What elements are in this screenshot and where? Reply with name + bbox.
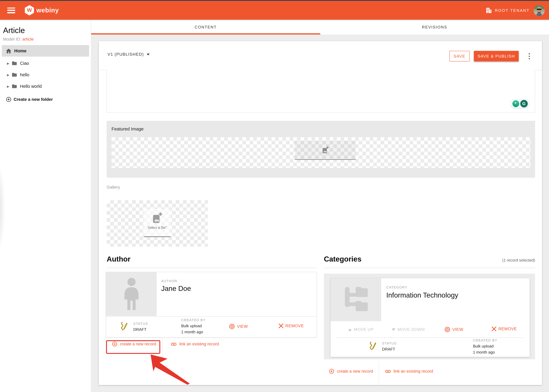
link-record-button[interactable]: link an existing record (385, 369, 433, 374)
actions-divider (162, 337, 162, 361)
save-publish-button[interactable]: SAVE & PUBLISH (474, 51, 519, 62)
avatar[interactable] (534, 5, 545, 16)
featured-image-upload-target[interactable] (295, 141, 356, 160)
webiny-logo[interactable]: W webiny (25, 5, 59, 15)
version-label: V1 (PUBLISHED) (107, 52, 144, 57)
featured-image-field: Featured Image (107, 121, 535, 178)
sidebar: Article Model ID: article Home ▶ Ciao ▶ … (0, 20, 91, 392)
sidebar-item-label: Home (14, 49, 27, 53)
view-icon (229, 324, 235, 329)
chevron-right-icon: ▶ (7, 85, 9, 88)
version-selector[interactable]: V1 (PUBLISHED) (107, 52, 150, 57)
category-name: Information Technology (386, 291, 458, 299)
home-icon (6, 48, 12, 53)
author-field-label: AUTHOR (161, 279, 177, 283)
section-divider (107, 268, 317, 268)
tree-icon (341, 286, 371, 313)
webiny-brand-text: webiny (36, 7, 59, 14)
tab-revisions[interactable]: REVISIONS (320, 20, 549, 35)
link-record-button[interactable]: link an existing record (171, 342, 219, 347)
model-id: Model ID: article (3, 37, 34, 42)
created-time: 1 month ago (473, 350, 495, 354)
create-record-button[interactable]: create a new record (329, 369, 373, 374)
create-folder-button[interactable]: Create a new folder (0, 94, 91, 105)
sidebar-item-label: Ciao (20, 61, 29, 66)
sidebar-item-folder[interactable]: ▶ Hello world (0, 81, 91, 92)
link-icon (171, 342, 177, 347)
topbar: W webiny ROOT TENANT (0, 1, 549, 20)
view-icon (444, 327, 450, 332)
sidebar-item-folder[interactable]: ▶ hello (0, 69, 91, 81)
page-title: Article (3, 26, 25, 35)
featured-image-dropzone[interactable] (112, 137, 530, 168)
category-field-label: CATEGORY (386, 286, 407, 289)
section-divider (324, 268, 535, 268)
active-tab-indicator (91, 33, 320, 35)
categories-selected-wrapper: CATEGORY Information Technology MOVE UP … (324, 274, 535, 359)
create-folder-label: Create a new folder (14, 97, 53, 102)
records-selected-info: (1 record selected) (444, 258, 535, 262)
create-record-button[interactable]: create a new record (112, 342, 156, 347)
view-button[interactable]: VIEW (444, 327, 463, 332)
close-icon (279, 324, 283, 328)
status-value: DRAFT (382, 347, 395, 351)
featured-image-label: Featured Image (112, 126, 144, 131)
triangle-down-icon (392, 328, 395, 331)
kebab-menu-icon[interactable] (526, 51, 532, 61)
author-heading: Author (107, 255, 130, 263)
save-button[interactable]: SAVE (449, 51, 470, 62)
status-draft-icon (369, 341, 377, 351)
image-add-icon (152, 212, 162, 224)
tenant-label: ROOT TENANT (495, 8, 530, 13)
person-icon (120, 277, 143, 311)
chevron-down-icon (147, 53, 150, 55)
sidebar-item-label: hello (20, 72, 29, 77)
move-down-button[interactable]: MOVE DOWN (392, 327, 425, 332)
link-icon (385, 369, 391, 374)
created-by-value: Bulk upload (181, 324, 202, 328)
status-draft-icon (120, 322, 128, 331)
view-button[interactable]: VIEW (229, 324, 248, 329)
menu-icon[interactable] (7, 7, 15, 13)
sidebar-item-folder[interactable]: ▶ Ciao (0, 57, 91, 69)
chevron-right-icon: ▶ (7, 73, 9, 77)
tabbar: CONTENT REVISIONS (91, 20, 549, 35)
created-by-label: CREATED BY (473, 338, 497, 342)
folder-icon (12, 84, 17, 88)
tab-content[interactable]: CONTENT (91, 20, 320, 35)
gallery-dropzone[interactable]: Select a file" (107, 200, 208, 247)
webiny-logo-letter: W (27, 7, 32, 13)
chevron-right-icon: ▶ (7, 62, 9, 65)
add-circle-icon (112, 342, 117, 347)
building-icon (486, 7, 492, 13)
window-top-strip (0, 0, 549, 1)
grammarly-suggestion-icon[interactable]: ✦ (512, 100, 519, 107)
app-window: W webiny ROOT TENANT (0, 0, 549, 392)
remove-button[interactable]: REMOVE (279, 324, 304, 328)
image-add-icon (322, 146, 328, 154)
folder-icon (12, 61, 17, 65)
author-thumbnail (106, 272, 157, 316)
tenant-selector[interactable]: ROOT TENANT (486, 1, 530, 20)
card-footer-divider (106, 316, 317, 317)
gallery-select-file-button[interactable]: Select a file" (144, 209, 171, 237)
sidebar-item-home[interactable]: Home (2, 45, 89, 57)
category-thumbnail (331, 278, 381, 321)
model-id-link[interactable]: article (22, 37, 34, 42)
category-record-card: CATEGORY Information Technology MOVE UP … (331, 278, 530, 357)
created-by-label: CREATED BY (181, 318, 206, 322)
status-label: STATUS (382, 342, 397, 345)
drawer-shadow (0, 150, 12, 280)
remove-button[interactable]: REMOVE (492, 327, 517, 331)
grammarly-widget: ✦ G (511, 99, 529, 108)
grammarly-icon[interactable]: G (520, 100, 528, 107)
content-panel: V1 (PUBLISHED) SAVE SAVE & PUBLISH ✦ G F… (99, 41, 542, 385)
gallery-label: Gallery (107, 185, 120, 189)
close-icon (492, 327, 496, 331)
sidebar-item-label: Hello world (20, 84, 42, 89)
move-up-button[interactable]: MOVE UP (348, 327, 374, 332)
status-label: STATUS (133, 322, 148, 325)
add-circle-icon (6, 97, 11, 102)
rich-text-editor[interactable]: ✦ G (107, 70, 535, 113)
categories-heading: Categories (324, 255, 362, 263)
